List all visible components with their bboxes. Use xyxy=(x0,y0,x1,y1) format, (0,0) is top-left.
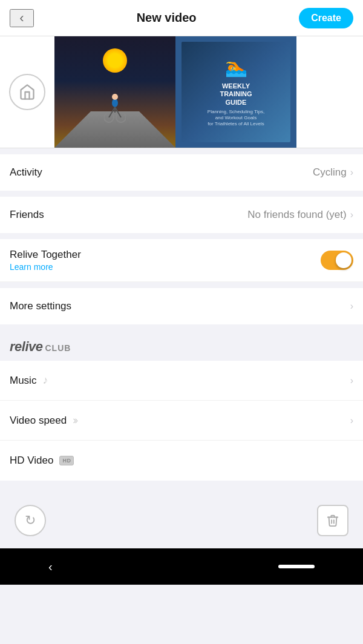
music-icon: ♪ xyxy=(42,374,48,387)
toggle-track xyxy=(321,251,353,270)
media-strip: 🏊 WEEKLYTRAININGGUIDE Planning, Scheduli… xyxy=(0,36,363,148)
svg-point-0 xyxy=(112,99,118,107)
relive-together-section: Relive Together Learn more xyxy=(0,239,363,282)
relive-together-title: Relive Together xyxy=(10,249,81,261)
music-label: Music xyxy=(10,375,36,387)
club-section: relive CLUB xyxy=(0,330,363,361)
activity-value: Cycling xyxy=(313,166,347,179)
club-features: Music ♪ › Video speed ›› › HD Video HD xyxy=(0,361,363,481)
video-speed-label: Video speed xyxy=(10,415,67,427)
book-title: WEEKLYTRAININGGUIDE xyxy=(220,82,252,107)
speed-arrows-icon: ›› xyxy=(73,414,76,427)
video-speed-row[interactable]: Video speed ›› › xyxy=(0,401,363,441)
nav-back-button[interactable]: ‹ xyxy=(48,560,53,574)
friends-section: Friends No friends found (yet) › xyxy=(0,197,363,233)
club-relive-label: relive xyxy=(10,339,43,355)
more-settings-section: More settings › xyxy=(0,288,363,324)
page-title: New video xyxy=(137,11,197,25)
create-button[interactable]: Create xyxy=(299,8,353,28)
relive-together-row: Relive Together Learn more xyxy=(10,249,353,272)
relive-together-toggle[interactable] xyxy=(321,251,353,270)
cycling-thumbnail[interactable] xyxy=(54,36,175,148)
friends-value: No friends found (yet) xyxy=(247,209,346,221)
svg-point-1 xyxy=(112,94,118,100)
refresh-icon: ↻ xyxy=(25,513,36,528)
video-speed-chevron-icon: › xyxy=(350,415,353,426)
more-settings-label: More settings xyxy=(10,300,71,312)
more-settings-chevron-icon: › xyxy=(350,301,353,312)
delete-button[interactable] xyxy=(317,505,348,536)
header: ‹ New video Create xyxy=(0,0,363,36)
club-header: relive CLUB xyxy=(10,339,353,355)
activity-chevron-icon: › xyxy=(350,167,353,178)
activity-label: Activity xyxy=(10,166,42,179)
club-label: CLUB xyxy=(45,343,71,353)
nav-bar: ‹ xyxy=(0,548,363,585)
music-chevron-icon: › xyxy=(350,375,353,386)
home-thumbnail[interactable] xyxy=(0,36,54,148)
trash-icon xyxy=(326,514,339,527)
book-icon: 🏊 xyxy=(225,56,247,77)
learn-more-link[interactable]: Learn more xyxy=(10,262,81,272)
friends-label: Friends xyxy=(10,209,44,221)
more-settings-row[interactable]: More settings › xyxy=(0,288,363,324)
friends-chevron-icon: › xyxy=(350,209,353,220)
music-row-left: Music ♪ xyxy=(10,374,48,387)
bottom-actions: ↻ xyxy=(0,493,363,548)
refresh-button[interactable]: ↻ xyxy=(15,505,46,536)
music-row[interactable]: Music ♪ › xyxy=(0,361,363,401)
back-button[interactable]: ‹ xyxy=(10,9,34,27)
video-speed-row-left: Video speed ›› xyxy=(10,414,76,427)
toggle-thumb xyxy=(336,252,352,268)
hd-video-row-left: HD Video HD xyxy=(10,455,74,467)
hd-video-label: HD Video xyxy=(10,455,53,467)
activity-row[interactable]: Activity Cycling › xyxy=(0,154,363,191)
home-icon xyxy=(9,74,45,110)
nav-home-pill[interactable] xyxy=(278,565,315,568)
hd-badge: HD xyxy=(59,456,74,465)
book-subtitle: Planning, Scheduling Tips,and Workout Go… xyxy=(208,109,264,128)
friends-row[interactable]: Friends No friends found (yet) › xyxy=(0,197,363,233)
friends-value-group: No friends found (yet) › xyxy=(247,209,353,221)
activity-value-group: Cycling › xyxy=(313,166,353,179)
relive-together-text-group: Relive Together Learn more xyxy=(10,249,81,272)
book-thumbnail[interactable]: 🏊 WEEKLYTRAININGGUIDE Planning, Scheduli… xyxy=(175,36,296,148)
activity-section: Activity Cycling › xyxy=(0,154,363,191)
hd-video-row[interactable]: HD Video HD xyxy=(0,441,363,481)
